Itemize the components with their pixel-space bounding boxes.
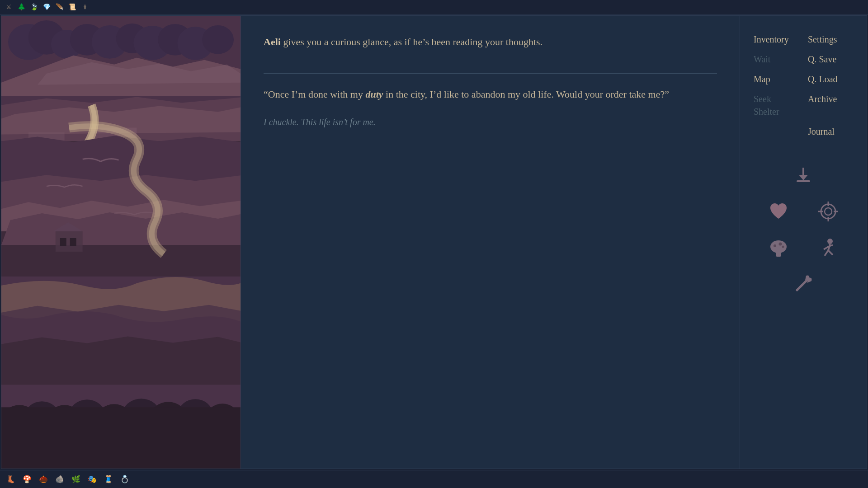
narrator-body: gives you a curious glance, as if he’s b… [283,36,542,47]
player-response: I chuckle. This life isn’t for me. [264,115,717,129]
icon-row-3 [767,236,840,259]
menu-panel: Inventory Settings Wait Q. Save Map Q. L… [740,16,867,469]
top-icon-7[interactable]: 🗡 [80,2,90,12]
target-icon[interactable] [817,200,840,223]
health-icon[interactable] [767,200,790,223]
menu-qsave[interactable]: Q. Save [803,49,858,69]
icon-row-2 [767,200,840,223]
top-icon-4[interactable]: 💎 [42,2,52,12]
svg-marker-41 [799,175,808,180]
menu-empty [749,122,803,141]
svg-point-10 [202,25,234,54]
menu-journal[interactable]: Journal [803,122,858,141]
top-icon-5[interactable]: 🪶 [54,2,64,12]
svg-point-54 [827,239,833,244]
dialogue-speech: “Once I’m done with my duty in the city,… [264,86,717,102]
svg-line-56 [824,247,828,249]
icon-section [749,164,858,295]
tool-icon[interactable] [792,272,815,295]
svg-rect-42 [797,180,810,182]
bottom-icon-3[interactable]: 🌰 [37,473,50,486]
bottom-icon-8[interactable]: 💍 [118,473,131,486]
bottom-icon-2[interactable]: 🍄 [21,473,33,486]
menu-settings[interactable]: Settings [803,29,858,49]
svg-rect-50 [776,250,781,257]
scene-panel [1,16,241,469]
bottom-bar: 👢 🍄 🌰 🪨 🌿 🎭 🧵 💍 [0,470,868,488]
svg-point-44 [825,208,832,215]
top-bar: ⚔ 🌲 🍃 💎 🪶 📜 🗡 [0,0,868,14]
menu-archive[interactable]: Archive [803,89,858,122]
bottom-icon-7[interactable]: 🧵 [102,473,115,486]
gather-icon[interactable] [767,236,790,259]
svg-point-43 [821,204,835,219]
menu-wait: Wait [749,49,803,69]
scene-art [1,16,241,469]
svg-rect-37 [70,238,76,246]
svg-line-60 [797,278,809,290]
svg-line-58 [825,250,828,256]
narrator-text: Aeli gives you a curious glance, as if h… [264,34,717,50]
bottom-icon-6[interactable]: 🎭 [86,473,99,486]
dialogue-divider [264,73,717,74]
svg-marker-39 [1,337,241,385]
dialogue-panel: Aeli gives you a curious glance, as if h… [241,16,740,469]
top-icon-1[interactable]: ⚔ [4,2,14,12]
speech-em: duty [365,89,383,100]
speech-start: “Once I’m done with my [264,89,365,100]
svg-point-51 [774,244,776,247]
character-icon[interactable] [817,236,840,259]
svg-point-53 [782,246,784,248]
character-name: Aeli [264,36,281,47]
svg-line-59 [828,250,833,255]
top-icon-3[interactable]: 🍃 [29,2,39,12]
camp-icon[interactable] [792,164,815,187]
icon-row-1 [792,164,815,187]
main-area: Aeli gives you a curious glance, as if h… [1,15,867,469]
svg-point-52 [779,243,782,246]
bottom-icon-1[interactable]: 👢 [5,473,17,486]
svg-rect-33 [1,407,241,469]
speech-end: in the city, I’d like to abandon my old … [383,89,669,100]
icon-row-4 [792,272,815,295]
menu-qload[interactable]: Q. Load [803,69,858,89]
svg-rect-36 [60,238,66,246]
bottom-icon-4[interactable]: 🪨 [53,473,66,486]
top-icon-6[interactable]: 📜 [67,2,77,12]
svg-rect-34 [56,231,83,252]
menu-seek-shelter: Seek Shelter [749,89,803,122]
menu-grid: Inventory Settings Wait Q. Save Map Q. L… [749,29,858,141]
menu-inventory[interactable]: Inventory [749,29,803,49]
bottom-icon-5[interactable]: 🌿 [70,473,82,486]
svg-marker-23 [1,212,241,245]
menu-map[interactable]: Map [749,69,803,89]
top-icon-2[interactable]: 🌲 [16,2,26,12]
